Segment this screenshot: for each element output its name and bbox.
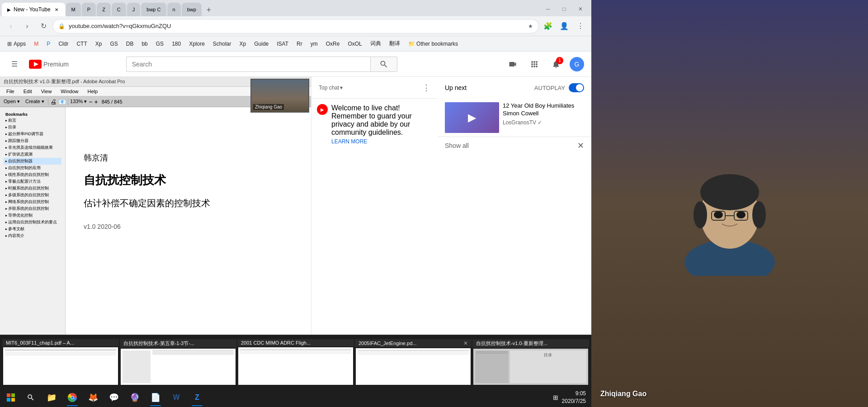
chat-mode-dropdown[interactable]: Top chat ▾ — [319, 85, 343, 91]
bookmark-gs[interactable]: GS — [106, 38, 121, 50]
inactive-tab[interactable]: bwp — [182, 3, 202, 16]
preview-item-1[interactable]: MIT6_003F11_chap1.pdf – A... — [2, 339, 119, 386]
sidebar-network[interactable]: 网络系统的自抗扰控制 — [4, 199, 61, 205]
apps-button[interactable] — [526, 56, 542, 72]
search-button[interactable] — [370, 57, 397, 72]
sidebar-guide[interactable]: 运用自抗扰控制技术的要点 — [4, 219, 61, 226]
pdf-edit-menu[interactable]: Edit — [21, 88, 35, 95]
address-bar[interactable]: 🔒 youtube.com/watch?v=qGkxmuGnZQU ★ — [52, 19, 539, 33]
bookmark-bb[interactable]: bb — [138, 38, 151, 50]
sidebar-tracking[interactable]: 跟踪微分器 — [4, 137, 61, 144]
chat-learn-more-link[interactable]: LEARN MORE — [331, 138, 432, 145]
forward-button[interactable]: › — [20, 19, 34, 33]
search-taskbar[interactable] — [21, 388, 41, 407]
bookmark-oxre[interactable]: OxRe — [322, 38, 344, 50]
bookmark-xp[interactable]: Xp — [92, 38, 106, 50]
inactive-tab[interactable]: M — [66, 3, 81, 16]
sidebar-app[interactable]: 自抗扰控制的应用 — [4, 165, 61, 171]
bookmark-scholar[interactable]: Scholar — [209, 38, 235, 50]
network-icon[interactable]: ⊞ — [553, 394, 558, 401]
pdf-tool-2[interactable]: 📧 — [58, 98, 66, 105]
inactive-tab[interactable]: J — [127, 3, 141, 16]
inactive-tab[interactable]: bwp C — [141, 3, 166, 16]
tab-close-button[interactable]: ✕ — [53, 6, 60, 13]
taskbar-firefox[interactable]: 🦊 — [83, 388, 103, 407]
video-create-button[interactable] — [505, 56, 521, 72]
recommended-video-card[interactable]: ▶ 12 Year Old Boy Humiliates Simon Cowel… — [438, 99, 591, 137]
bookmark-180[interactable]: 180 — [168, 38, 184, 50]
bookmark-guide[interactable]: Guide — [250, 38, 272, 50]
bookmark-isat[interactable]: ISAT — [273, 38, 292, 50]
bookmark-db[interactable]: DB — [123, 38, 137, 50]
bookmark-xp2[interactable]: Xp — [236, 38, 250, 50]
user-profile-button[interactable]: 👤 — [557, 19, 571, 33]
bookmark-ctt[interactable]: CTT — [73, 38, 90, 50]
active-tab[interactable]: ▶ New - YouTube ✕ — [2, 3, 65, 16]
bookmark-xplore[interactable]: Xplore — [185, 38, 208, 50]
bookmark-cldr[interactable]: Cldr — [55, 38, 72, 50]
bookmark-ym[interactable]: ym — [307, 38, 321, 50]
sidebar-mulu[interactable]: 目录 — [4, 124, 61, 131]
notifications-button[interactable]: 1 — [548, 56, 564, 72]
pdf-window-menu[interactable]: Window — [58, 88, 81, 95]
user-avatar[interactable]: G — [570, 57, 584, 71]
yt-menu-button[interactable]: ☰ — [7, 57, 22, 71]
preview-item-4[interactable]: 2005IFAC_JetEngine.pd... ✕ — [354, 339, 472, 386]
zoom-in[interactable]: + — [94, 98, 98, 105]
bookmark-other[interactable]: 📁 Other bookmarks — [405, 38, 462, 50]
pdf-view-menu[interactable]: View — [38, 88, 55, 95]
close-button[interactable]: ✕ — [573, 2, 588, 16]
back-button[interactable]: ‹ — [4, 19, 18, 33]
zoom-out[interactable]: − — [89, 98, 92, 105]
pdf-tool-1[interactable]: 🖨 — [50, 98, 57, 105]
sidebar-adrc[interactable]: 自抗扰控制器 — [4, 158, 61, 165]
sidebar-pid[interactable]: 超分辨率PID调节器 — [4, 131, 61, 137]
bookmark-apps[interactable]: ⊞ Apps — [4, 38, 29, 50]
search-input[interactable] — [126, 57, 370, 72]
taskbar-file-explorer[interactable]: 📁 — [42, 388, 61, 407]
sidebar-pz[interactable]: 零极点配置计方法 — [4, 178, 61, 185]
minimize-button[interactable]: ─ — [541, 2, 555, 16]
chat-more-button[interactable]: ⋮ — [422, 83, 430, 93]
bookmark-m[interactable]: M — [30, 38, 42, 50]
taskbar-word[interactable]: W — [166, 388, 186, 407]
sidebar-parallel[interactable]: 并联系统的自抗扰控制 — [4, 205, 61, 212]
extensions-button[interactable]: 🧩 — [541, 19, 555, 33]
inactive-tab[interactable]: P — [82, 3, 96, 16]
open-button[interactable]: Open ▾ — [2, 99, 22, 104]
bookmark-translate[interactable]: 翻译 — [386, 38, 404, 50]
taskbar-chrome[interactable] — [62, 388, 82, 407]
pdf-file-menu[interactable]: File — [4, 88, 17, 95]
autoplay-toggle[interactable] — [569, 83, 584, 92]
bookmark-p[interactable]: P — [43, 38, 54, 50]
preview-item-2[interactable]: 自抗扰控制技术-第五章-1-3节-... — [119, 339, 237, 386]
taskbar-clock[interactable]: 9:05 2020/7/25 — [562, 390, 586, 405]
show-all-close-button[interactable]: ✕ — [577, 141, 584, 151]
sidebar-nonsmooth[interactable]: 非光滑及连续功能能效果 — [4, 144, 61, 151]
start-button[interactable] — [2, 388, 20, 407]
bookmark-gs2[interactable]: GS — [152, 38, 167, 50]
new-tab-button[interactable]: + — [203, 4, 215, 16]
create-button[interactable]: Create ▾ — [24, 99, 46, 104]
sidebar-linear[interactable]: 线性系统的自抗扰控制 — [4, 171, 61, 178]
taskbar-acrobat[interactable]: 📄 — [146, 388, 165, 407]
restore-button[interactable]: □ — [557, 2, 571, 16]
taskbar-zoom[interactable]: Z — [187, 388, 207, 407]
preview-close-4[interactable]: ✕ — [463, 340, 468, 346]
sidebar-qianyan[interactable]: 前言 — [4, 117, 61, 124]
preview-item-5[interactable]: 自抗扰控制技术-v1.0-重新整理... 目录 — [472, 339, 590, 386]
show-all-button[interactable]: Show all — [445, 142, 469, 149]
sidebar-multi[interactable]: 多级系统的自抗扰控制 — [4, 192, 61, 199]
inactive-tab[interactable]: C — [112, 3, 126, 16]
taskbar-app-6[interactable]: 🔮 — [125, 388, 145, 407]
sidebar-eso[interactable]: 扩张状态观测 — [4, 151, 61, 158]
bookmark-rr[interactable]: Rr — [293, 38, 306, 50]
sidebar-ref[interactable]: 参考文献 — [4, 226, 61, 232]
taskbar-wechat[interactable]: 💬 — [104, 388, 124, 407]
youtube-logo[interactable]: Premium — [29, 60, 69, 69]
bookmark-oxol[interactable]: OxOL — [344, 38, 365, 50]
sidebar-tf[interactable]: 时频系统的自抗扰控制 — [4, 185, 61, 192]
bookmark-dict[interactable]: 词典 — [367, 38, 385, 50]
pdf-help-menu[interactable]: Help — [85, 88, 100, 95]
inactive-tab[interactable]: n — [167, 3, 181, 16]
